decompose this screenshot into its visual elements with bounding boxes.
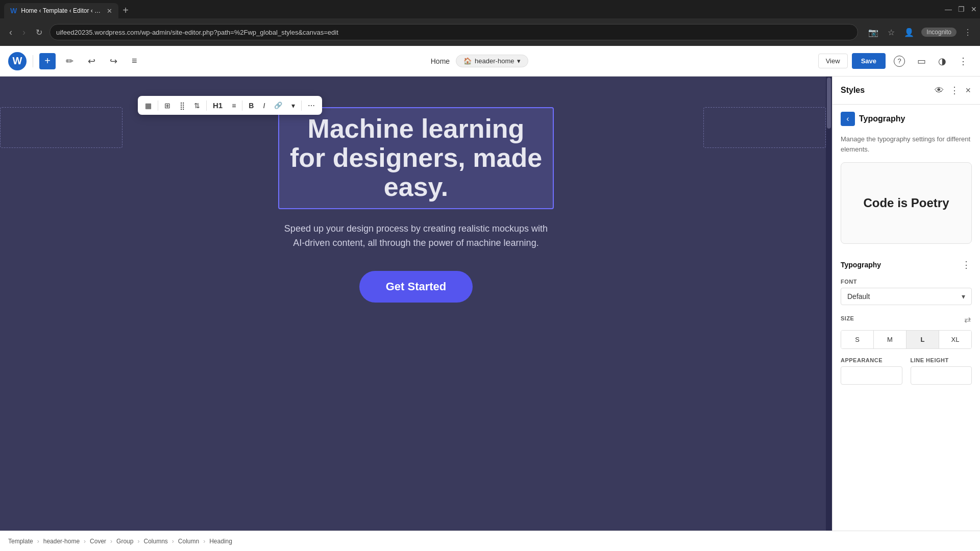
help-button[interactable]: ? — [890, 53, 909, 70]
ft-sep-3 — [242, 101, 242, 111]
font-section: FONT Default ▾ — [832, 274, 980, 309]
wp-toolbar: W + ✏ ↩ ↪ ≡ Home 🏠 header-home ▾ — [0, 46, 980, 77]
browser-chrome: — ❐ ✕ W Home ‹ Template ‹ Editor ‹ Site … — [0, 0, 980, 46]
breadcrumb-header-home[interactable]: header-home — [43, 538, 80, 545]
breadcrumb-template[interactable]: Template — [8, 538, 33, 545]
content-area: ▦ ⊞ ⣿ ⇅ H1 ≡ — [0, 77, 980, 531]
view-button[interactable]: View — [818, 54, 848, 68]
canvas-scrollbar[interactable] — [826, 77, 832, 531]
font-selector[interactable]: Default ▾ — [841, 288, 972, 305]
breadcrumb-home: Home — [431, 57, 450, 65]
bookmark-star-icon[interactable]: ☆ — [886, 26, 897, 39]
save-button[interactable]: Save — [852, 53, 886, 69]
bold-icon: B — [249, 102, 254, 110]
block-selector-button[interactable]: ⊞ — [160, 98, 175, 113]
tab-title: Home ‹ Template ‹ Editor ‹ Site T... — [21, 7, 103, 14]
breadcrumb-footer: Template › header-home › Cover › Group ›… — [0, 531, 980, 551]
drag-handle-button[interactable]: ⣿ — [176, 98, 189, 113]
panel-close-icon: × — [965, 85, 971, 95]
block-more-icon: ⋯ — [308, 102, 315, 110]
appearance-input[interactable] — [841, 366, 902, 385]
line-height-input[interactable] — [911, 366, 972, 385]
bold-button[interactable]: B — [244, 98, 258, 113]
template-selector[interactable]: 🏠 header-home ▾ — [456, 55, 528, 67]
panel-preview-button[interactable]: 👁 — [934, 84, 945, 97]
block-more-button[interactable]: ⋯ — [304, 98, 319, 113]
undo-button[interactable]: ↩ — [84, 53, 100, 70]
theme-toggle-button[interactable]: ◑ — [934, 53, 950, 70]
inline-dropdown-icon: ▾ — [291, 102, 295, 110]
breadcrumb-group[interactable]: Group — [116, 538, 133, 545]
profile-icon[interactable]: 👤 — [902, 26, 916, 39]
drag-icon: ⣿ — [180, 102, 185, 110]
toolbar-more-button[interactable]: ⋮ — [954, 53, 972, 70]
camera-icon[interactable]: 📷 — [866, 26, 880, 39]
layout-button[interactable]: ▭ — [913, 53, 930, 70]
forward-nav-button[interactable]: › — [19, 25, 29, 40]
toolbar-separator-1 — [33, 55, 33, 67]
size-m-button[interactable]: M — [874, 331, 906, 348]
appearance-label: APPEARANCE — [841, 357, 902, 363]
move-updown-button[interactable]: ⇅ — [190, 98, 204, 113]
h1-label: H1 — [213, 101, 223, 110]
close-window-button[interactable]: ✕ — [968, 3, 980, 15]
block-mover-button[interactable]: ▦ — [141, 98, 156, 113]
size-s-button[interactable]: S — [841, 331, 874, 348]
address-bar[interactable]: uifeed20235.wordpress.com/wp-admin/site-… — [50, 24, 858, 40]
toolbar-right: View Save ? ▭ ◑ ⋮ — [818, 53, 972, 70]
panel-header: Styles 👁 ⋮ × — [832, 77, 980, 105]
typography-title: Typography — [859, 114, 905, 123]
wp-logo[interactable]: W — [8, 52, 27, 70]
new-tab-button[interactable]: + — [120, 3, 131, 18]
back-button[interactable]: ‹ — [841, 112, 855, 126]
size-sliders-button[interactable]: ⇄ — [963, 313, 972, 326]
incognito-badge: Incognito — [921, 28, 957, 37]
typography-more-icon: ⋮ — [962, 260, 971, 270]
restore-button[interactable]: ❐ — [955, 3, 968, 15]
size-label-row: SIZE ⇄ — [841, 313, 972, 326]
canvas-scrollbar-thumb[interactable] — [827, 78, 831, 129]
redo-button[interactable]: ↪ — [106, 53, 121, 70]
arrow-updown-icon: ⇅ — [194, 102, 200, 110]
add-new-button[interactable]: + — [39, 53, 56, 69]
breadcrumb-cover[interactable]: Cover — [90, 538, 106, 545]
text-align-button[interactable]: ≡ — [228, 98, 240, 113]
size-xl-button[interactable]: XL — [939, 331, 971, 348]
back-icon: ‹ — [846, 114, 849, 123]
heading-block[interactable]: Machine learning for designers, made eas… — [278, 107, 554, 209]
typography-section-more-button[interactable]: ⋮ — [961, 258, 972, 271]
subtext: Speed up your design process by creating… — [278, 221, 554, 251]
menu-button[interactable]: ≡ — [128, 53, 141, 69]
edit-mode-button[interactable]: ✏ — [62, 53, 78, 70]
link-button[interactable]: 🔗 — [270, 98, 286, 112]
empty-block-right — [703, 107, 826, 148]
size-l-button[interactable]: L — [906, 331, 939, 348]
panel-close-button[interactable]: × — [964, 84, 972, 97]
back-nav-button[interactable]: ‹ — [6, 25, 15, 40]
ft-sep-2 — [206, 101, 207, 111]
panel-description: Manage the typography settings for diffe… — [832, 130, 980, 162]
canvas[interactable]: ▦ ⊞ ⣿ ⇅ H1 ≡ — [0, 77, 832, 531]
italic-button[interactable]: I — [259, 98, 269, 113]
styles-panel: Styles 👁 ⋮ × ‹ Typogr — [832, 77, 980, 531]
empty-block-left — [0, 107, 122, 148]
undo-icon: ↩ — [88, 56, 95, 67]
minimize-button[interactable]: — — [942, 3, 955, 15]
cta-button[interactable]: Get Started — [359, 271, 473, 303]
bc-sep-2: › — [84, 538, 86, 545]
tab-close-icon[interactable]: ✕ — [107, 7, 112, 15]
breadcrumb-heading[interactable]: Heading — [209, 538, 232, 545]
refresh-button[interactable]: ↻ — [33, 26, 45, 39]
browser-more-icon[interactable]: ⋮ — [962, 26, 974, 39]
browser-tabs: — ❐ ✕ W Home ‹ Template ‹ Editor ‹ Site … — [0, 0, 980, 18]
active-tab[interactable]: W Home ‹ Template ‹ Editor ‹ Site T... ✕ — [4, 3, 118, 18]
panel-more-button[interactable]: ⋮ — [949, 84, 960, 97]
layout-icon: ▭ — [917, 56, 926, 67]
toolbar-center: Home 🏠 header-home ▾ — [148, 55, 812, 67]
heading-level-button[interactable]: H1 — [209, 98, 227, 113]
line-height-label: LINE HEIGHT — [911, 357, 972, 363]
breadcrumb-column[interactable]: Column — [178, 538, 199, 545]
breadcrumb-columns[interactable]: Columns — [143, 538, 167, 545]
inline-more-button[interactable]: ▾ — [287, 98, 299, 113]
heading-text: Machine learning for designers, made eas… — [289, 114, 543, 202]
